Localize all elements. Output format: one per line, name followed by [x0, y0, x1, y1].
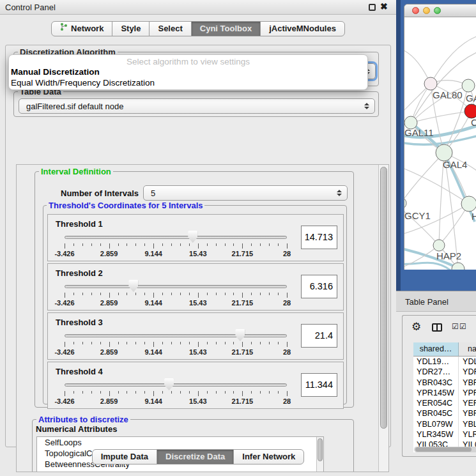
cell-shared-name[interactable]: YBL079W [413, 419, 459, 429]
gear-icon[interactable]: ⚙ [411, 321, 421, 332]
slider-track[interactable] [65, 334, 287, 337]
tick-mark [82, 391, 83, 394]
table-row[interactable]: YLR345WYLR3 [413, 429, 476, 440]
node-label: H [472, 211, 476, 222]
threshold-panel-3: Threshold 3-3.4262.8599.14415.4321.71528… [47, 312, 344, 360]
tick-mark [233, 243, 234, 246]
bottom-tab-discretize-data[interactable]: Discretize Data [157, 449, 234, 464]
checkbox-icon[interactable]: ☑ [452, 322, 459, 331]
threshold-label: Threshold 2 [56, 268, 103, 278]
cell-shared-name[interactable]: YBR045C [413, 408, 459, 418]
threshold-value-field[interactable]: 6.316 [301, 275, 337, 298]
slider-thumb[interactable] [235, 329, 245, 341]
table-row[interactable]: YBR045CYBR0 [413, 408, 476, 418]
network-node-hap2[interactable] [433, 240, 445, 251]
table-row[interactable]: YBR043CYBR0 [413, 378, 476, 388]
table-row[interactable]: YER054CYER0 [413, 398, 476, 408]
cell-name[interactable]: YBR0 [459, 408, 476, 418]
tab-label: Network [71, 22, 104, 36]
number-of-intervals-combo[interactable]: 5 [143, 185, 348, 201]
bottom-tab-impute-data[interactable]: Impute Data [92, 449, 157, 464]
columns-icon[interactable] [432, 323, 442, 332]
network-node-gal80[interactable] [424, 77, 437, 90]
float-window-icon[interactable] [369, 4, 376, 11]
close-icon[interactable]: ✖ [380, 1, 388, 12]
slider-track[interactable] [65, 285, 287, 288]
tick-mark [278, 243, 279, 246]
table-row[interactable]: YPR145WYPR1 [413, 388, 476, 398]
algorithm-option-manual[interactable]: Manual Discretization [11, 67, 100, 77]
column-header-name[interactable]: na [459, 342, 476, 357]
network-node-gcy1[interactable] [404, 197, 406, 209]
slider-thumb[interactable] [188, 231, 197, 243]
threshold-value-field[interactable]: 21.4 [301, 324, 337, 348]
table-hscrollbar-thumb[interactable] [415, 447, 472, 452]
slider-track[interactable] [65, 236, 287, 239]
threshold-value-field[interactable]: 11.344 [301, 373, 337, 397]
cell-name[interactable]: YBL0 [459, 419, 476, 429]
slider-thumb[interactable] [164, 378, 174, 390]
table-row[interactable]: YDR27…YDR2 [413, 367, 476, 377]
tick-mark [118, 342, 119, 344]
tick-label: 9.144 [144, 348, 162, 356]
bottom-tab-label: Discretize Data [165, 450, 225, 464]
network-node-ga[interactable] [462, 79, 475, 92]
tab-jactivemnodules[interactable]: jActiveMNodules [260, 21, 345, 36]
cell-name[interactable]: YDR2 [459, 367, 476, 377]
tab-select[interactable]: Select [149, 21, 191, 36]
mac-minimize-icon[interactable] [423, 7, 430, 14]
tick-mark [162, 243, 163, 246]
table-hscrollbar[interactable] [414, 447, 476, 452]
cyni-toolbox-content: Discretization Algorithm Table Data galF… [5, 45, 391, 447]
settings-scrollbar[interactable] [378, 165, 388, 472]
tab-style[interactable]: Style [112, 21, 150, 36]
tick-mark [198, 342, 199, 347]
attribute-list-item[interactable]: SelfLoops [37, 437, 323, 448]
cell-name[interactable]: YLR3 [459, 429, 476, 440]
tab-network[interactable]: Network [51, 21, 112, 36]
table-data-value: galFiltered.sif default node [19, 102, 364, 111]
tick-mark [260, 293, 261, 295]
threshold-value-field[interactable]: 14.713 [301, 226, 337, 249]
mac-close-icon[interactable] [412, 7, 419, 14]
tick-mark [278, 293, 279, 295]
tick-mark [207, 342, 208, 344]
cell-name[interactable]: YBR0 [459, 378, 476, 388]
table-data-combo[interactable]: galFiltered.sif default node [19, 98, 375, 114]
tick-mark [260, 243, 261, 246]
algorithm-option-equal-width[interactable]: Equal Width/Frequency Discretization [11, 78, 155, 88]
tick-mark [135, 391, 136, 394]
cell-name[interactable]: YDL1 [459, 357, 476, 367]
bottom-tab-infer-network[interactable]: Infer Network [233, 449, 304, 464]
cell-shared-name[interactable]: YDL19… [413, 357, 459, 367]
node-label: GCY1 [404, 210, 431, 221]
tick-mark [162, 391, 163, 394]
network-canvas[interactable]: GAL80GACGAL11GAL4GCY1HHAP2 [404, 17, 476, 270]
cell-shared-name[interactable]: YLR345W [413, 429, 459, 440]
cell-shared-name[interactable]: YDR27… [413, 367, 459, 377]
column-header-shared[interactable]: shared… [413, 342, 459, 357]
network-node-c[interactable] [464, 104, 476, 118]
cell-name[interactable]: YPR1 [459, 388, 476, 398]
tick-mark [233, 391, 234, 394]
checkbox-icon[interactable]: ☑ [459, 322, 466, 331]
tick-mark [171, 243, 172, 246]
tick-mark [225, 342, 226, 344]
tick-label: -3.426 [54, 299, 74, 307]
tab-cyni-toolbox[interactable]: Cyni Toolbox [191, 21, 261, 36]
table-row[interactable]: YBL079WYBL0 [413, 419, 476, 429]
cell-shared-name[interactable]: YPR145W [413, 388, 459, 398]
slider-track[interactable] [65, 383, 287, 387]
slider-thumb[interactable] [128, 280, 138, 292]
tick-label: 9.144 [144, 397, 162, 405]
tick-mark [251, 293, 252, 295]
table-row[interactable]: YDL19…YDL1 [413, 357, 476, 367]
settings-scrollbar-thumb[interactable] [380, 167, 387, 429]
mac-zoom-icon[interactable] [434, 7, 441, 14]
cell-shared-name[interactable]: YER054C [413, 398, 459, 408]
network-node-h[interactable] [461, 196, 476, 211]
combo-arrows-icon [364, 103, 374, 109]
cell-name[interactable]: YER0 [459, 398, 476, 408]
cell-shared-name[interactable]: YBR043C [413, 378, 459, 388]
network-window: GAL80GACGAL11GAL4GCY1HHAP2 [404, 4, 476, 270]
